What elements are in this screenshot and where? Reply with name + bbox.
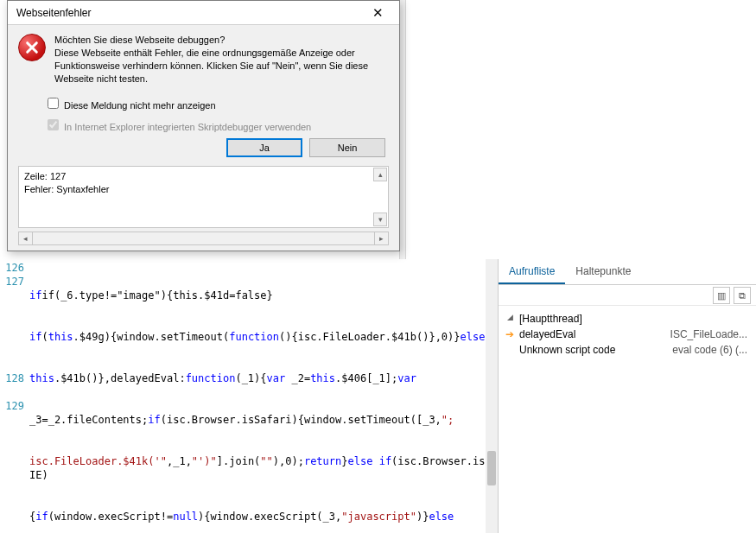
checkbox-use-debugger: In Internet Explorer integrierten Skript… <box>44 117 389 133</box>
callstack-list: [Hauptthread] ➔ delayedEval ISC_FileLoad… <box>499 306 756 363</box>
stack-frame-row[interactable]: ➔ delayedEval ISC_FileLoade... <box>505 327 749 342</box>
side-panel-toolbar: ▥ ⧉ <box>499 285 756 306</box>
line-gutter: 126127128129 <box>0 261 29 533</box>
close-icon[interactable]: ✕ <box>359 3 397 23</box>
scroll-right-icon[interactable]: ▸ <box>374 232 388 244</box>
tool-icon-1[interactable]: ▥ <box>713 287 730 304</box>
source-code-pane[interactable]: 126127128129 ifif(_6.type!="image"){this… <box>0 259 498 533</box>
tab-callstack[interactable]: Aufrufliste <box>499 259 565 284</box>
no-button[interactable]: Nein <box>309 138 385 157</box>
dialog-message: Möchten Sie diese Webseite debuggen? Die… <box>54 34 389 85</box>
error-icon <box>18 34 46 61</box>
code-vscrollbar[interactable] <box>486 259 498 533</box>
tab-breakpoints[interactable]: Haltepunkte <box>565 259 641 284</box>
script-error-dialog: Webseitenfehler ✕ Möchten Sie diese Webs… <box>7 0 400 251</box>
error-message: Fehler: Syntaxfehler <box>24 183 371 195</box>
stack-frame-row[interactable]: Unknown script code eval code (6) (... <box>505 342 749 358</box>
details-hscrollbar[interactable]: ◂ ▸ <box>18 232 389 245</box>
yes-button[interactable]: Ja <box>226 138 302 157</box>
checkbox-dont-show-input[interactable] <box>48 98 59 109</box>
dialog-title: Webseitenfehler <box>16 7 92 19</box>
checkbox-dont-show[interactable]: Diese Meldung nicht mehr anzeigen <box>44 95 389 111</box>
scroll-up-icon[interactable]: ▴ <box>373 168 387 181</box>
scroll-down-icon[interactable]: ▾ <box>373 213 387 226</box>
debugger-side-panel: Aufrufliste Haltepunkte ▥ ⧉ [Hauptthread… <box>498 259 756 533</box>
thread-row[interactable]: [Hauptthread] <box>505 311 749 327</box>
error-details-box: Zeile: 127 Fehler: Syntaxfehler ▴ ▾ <box>18 166 389 228</box>
current-frame-arrow-icon: ➔ <box>505 328 514 340</box>
side-panel-tabs: Aufrufliste Haltepunkte <box>499 259 756 285</box>
error-line-no: Zeile: 127 <box>24 170 371 182</box>
source-text[interactable]: ifif(_6.type!="image"){this.$41d=false} … <box>29 261 498 533</box>
checkbox-use-debugger-input <box>48 119 59 130</box>
dialog-titlebar[interactable]: Webseitenfehler ✕ <box>8 1 399 25</box>
scroll-left-icon[interactable]: ◂ <box>19 232 33 244</box>
tool-icon-2[interactable]: ⧉ <box>734 287 751 304</box>
